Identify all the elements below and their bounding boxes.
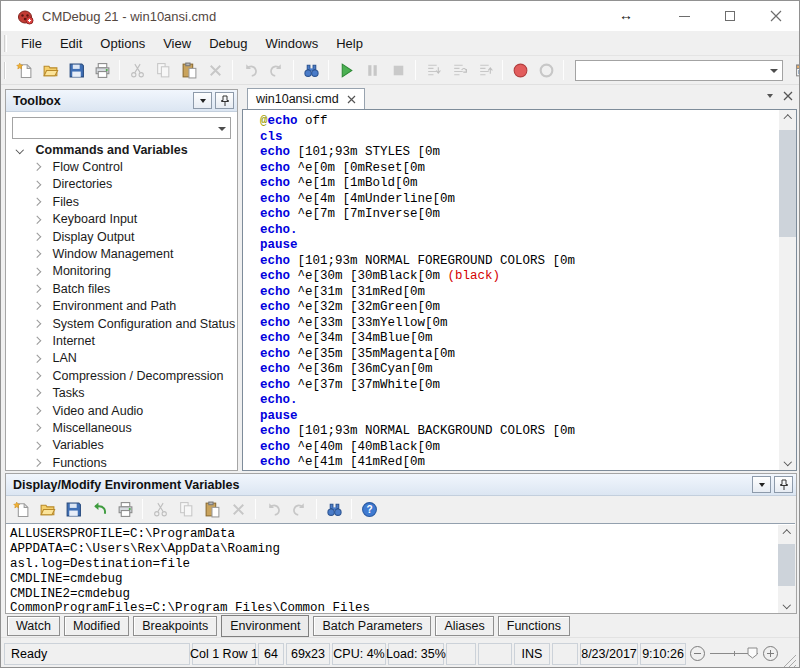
tab-close-icon[interactable]	[347, 95, 356, 104]
toolbox-item-lan[interactable]: LAN	[6, 350, 236, 367]
new-file-button[interactable]	[12, 58, 36, 82]
menu-options[interactable]: Options	[91, 36, 154, 51]
toolbox-item-miscellaneous[interactable]: Miscellaneous	[6, 419, 236, 436]
toolbox-dropdown-button[interactable]	[193, 92, 212, 109]
toolbox-item-internet[interactable]: Internet	[6, 332, 236, 349]
save-file-icon	[65, 501, 82, 518]
bottom-tab-modified[interactable]: Modified	[64, 616, 129, 636]
find-button[interactable]	[299, 58, 323, 82]
toolbox-item-flow-control[interactable]: Flow Control	[6, 158, 236, 175]
toolbox-item-environment-and-path[interactable]: Environment and Path	[6, 298, 236, 315]
open-file-button[interactable]	[38, 58, 62, 82]
scroll-up-button[interactable]	[778, 525, 795, 542]
bottom-tab-watch[interactable]: Watch	[7, 616, 60, 636]
step-out-button[interactable]	[473, 58, 497, 82]
menu-windows[interactable]: Windows	[256, 36, 327, 51]
print-button[interactable]	[90, 58, 114, 82]
save-file-button[interactable]	[64, 58, 88, 82]
paste-button[interactable]	[200, 497, 224, 521]
paste-button[interactable]	[177, 58, 201, 82]
toolbox-item-batch-files[interactable]: Batch files	[6, 280, 236, 297]
find-button[interactable]	[322, 497, 346, 521]
menu-help[interactable]: Help	[327, 36, 372, 51]
scroll-down-button[interactable]	[778, 596, 795, 613]
toolbox-item-display-output[interactable]: Display Output	[6, 228, 236, 245]
minimize-button[interactable]	[661, 1, 707, 31]
toolbox-item-directories[interactable]: Directories	[6, 176, 236, 193]
record-stop-button[interactable]	[534, 58, 558, 82]
step-into-button[interactable]	[421, 58, 445, 82]
toolbox-item-video-and-audio[interactable]: Video and Audio	[6, 402, 236, 419]
run-button[interactable]	[334, 58, 358, 82]
bottom-tab-environment[interactable]: Environment	[221, 615, 309, 637]
menu-view[interactable]: View	[154, 36, 200, 51]
toolbox-item-commands-and-variables[interactable]: Commands and Variables	[6, 141, 236, 158]
open-file-button[interactable]	[35, 497, 59, 521]
undo-button[interactable]	[238, 58, 262, 82]
copy-button[interactable]	[174, 497, 198, 521]
toolbox-item-compression-decompression[interactable]: Compression / Decompression	[6, 367, 236, 384]
scrollbar-thumb[interactable]	[779, 130, 796, 237]
pane-close-button[interactable]	[783, 91, 793, 101]
resize-grip[interactable]	[783, 654, 796, 667]
environment-pin-button[interactable]	[774, 476, 793, 493]
environment-list[interactable]: ALLUSERSPROFILE=C:\ProgramDataAPPDATA=C:…	[6, 523, 795, 613]
toolbox-filter-combobox[interactable]	[12, 117, 231, 139]
close-button[interactable]	[753, 1, 799, 31]
menu-edit[interactable]: Edit	[51, 36, 91, 51]
undo-button[interactable]	[261, 497, 285, 521]
new-file-button[interactable]	[9, 497, 33, 521]
svg-text:?: ?	[366, 504, 372, 515]
print-button[interactable]	[113, 497, 137, 521]
tab-win10ansi[interactable]: win10ansi.cmd	[247, 88, 365, 109]
environment-panel-header: Display/Modify Environment Variables	[6, 474, 796, 496]
toolbox-pin-button[interactable]	[215, 92, 234, 109]
pause-button[interactable]	[360, 58, 384, 82]
redo-button[interactable]	[287, 497, 311, 521]
ide-options-button[interactable]	[791, 58, 800, 82]
scroll-down-button[interactable]	[779, 453, 796, 470]
code-area[interactable]: @echo offclsecho [101;93m STYLES [0mecho…	[243, 110, 778, 470]
toolbox-item-keyboard-input[interactable]: Keyboard Input	[6, 211, 236, 228]
toolbox-item-window-management[interactable]: Window Management	[6, 245, 236, 262]
zoom-track[interactable]	[710, 653, 758, 654]
bottom-tab-batch-parameters[interactable]: Batch Parameters	[313, 616, 431, 636]
stop-button[interactable]	[386, 58, 410, 82]
bottom-tab-breakpoints[interactable]: Breakpoints	[133, 616, 217, 636]
save-file-button[interactable]	[61, 497, 85, 521]
tab-list-dropdown-button[interactable]	[767, 94, 773, 98]
record-button[interactable]	[508, 58, 532, 82]
scroll-up-button[interactable]	[779, 110, 796, 127]
environment-dropdown-button[interactable]	[752, 476, 771, 493]
revert-button[interactable]	[87, 497, 111, 521]
help-button[interactable]: ?	[357, 497, 381, 521]
toolbox-item-tasks[interactable]: Tasks	[6, 384, 236, 401]
menu-debug[interactable]: Debug	[200, 36, 256, 51]
maximize-icon	[725, 11, 735, 21]
toolbox-item-system-configuration-and-status[interactable]: System Configuration and Status	[6, 315, 236, 332]
cut-button[interactable]	[148, 497, 172, 521]
bottom-tab-aliases[interactable]: Aliases	[435, 616, 493, 636]
debugger-combobox[interactable]	[575, 60, 783, 81]
copy-button[interactable]	[151, 58, 175, 82]
minus-icon	[694, 653, 701, 654]
bottom-tab-functions[interactable]: Functions	[498, 616, 570, 636]
delete-button[interactable]	[226, 497, 250, 521]
toolbox-item-functions[interactable]: Functions	[6, 454, 236, 469]
toolbox-item-variables[interactable]: Variables	[6, 437, 236, 454]
toolbox-item-files[interactable]: Files	[6, 193, 236, 210]
zoom-out-button[interactable]	[690, 646, 705, 661]
menu-file[interactable]: File	[12, 36, 51, 51]
step-over-button[interactable]	[447, 58, 471, 82]
zoom-thumb[interactable]	[747, 647, 758, 659]
toolbox-item-monitoring[interactable]: Monitoring	[6, 263, 236, 280]
step-out-icon	[477, 62, 494, 79]
cut-button[interactable]	[125, 58, 149, 82]
delete-button[interactable]	[203, 58, 227, 82]
redo-button[interactable]	[264, 58, 288, 82]
bottom-tabs-row: WatchModifiedBreakpointsEnvironmentBatch…	[1, 614, 799, 637]
chevron-right-icon	[33, 268, 41, 276]
zoom-in-button[interactable]	[763, 646, 778, 661]
scrollbar-thumb[interactable]	[778, 544, 795, 586]
maximize-button[interactable]	[707, 1, 753, 31]
